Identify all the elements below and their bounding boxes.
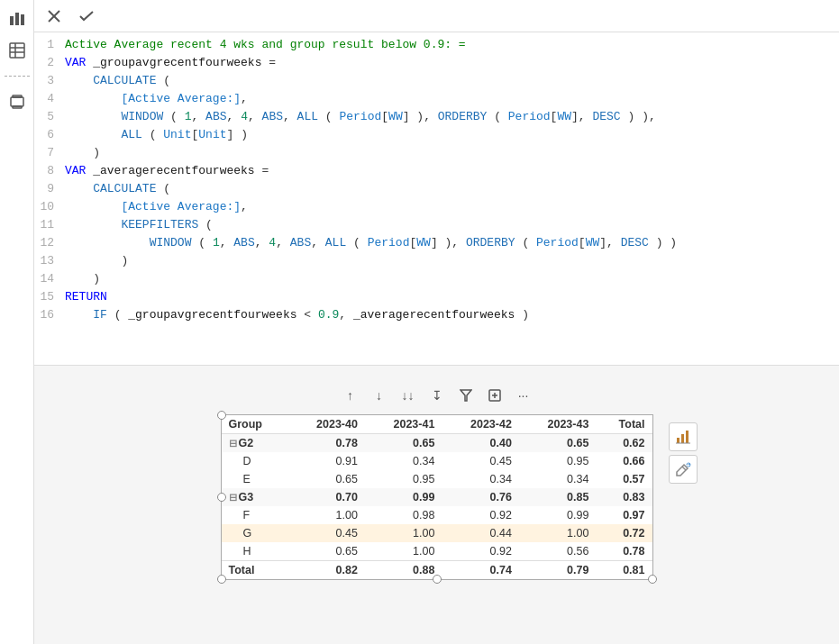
- cell-g-2023-41: 1.00: [365, 524, 442, 542]
- svg-rect-9: [13, 106, 22, 108]
- code-line-8: 8 VAR _averagerecentfourweeks =: [34, 162, 839, 180]
- cell-g3-2023-42: 0.76: [442, 488, 518, 506]
- svg-rect-8: [13, 95, 22, 97]
- resize-handle-bottom-right[interactable]: [648, 575, 657, 584]
- data-table: Group 2023-40 2023-41 2023-42 2023-43 To…: [222, 415, 652, 579]
- table-row-g: G 0.45 1.00 0.44 1.00 0.72: [222, 524, 652, 542]
- code-line-12: 12 WINDOW ( 1, ABS, 4, ABS, ALL ( Period…: [34, 234, 839, 252]
- cell-g-2023-40: 0.45: [287, 524, 364, 542]
- code-line-9: 9 CALCULATE (: [34, 180, 839, 198]
- cell-g3-total: 0.83: [596, 488, 652, 506]
- expand-button[interactable]: [483, 384, 506, 407]
- cell-total-label: Total: [222, 561, 288, 580]
- resize-handle-top-left[interactable]: [217, 411, 226, 420]
- cell-g2-2023-41: 0.65: [365, 434, 442, 453]
- cell-g3-group: ⊟G3: [222, 488, 288, 506]
- chart-action-button[interactable]: [669, 422, 698, 451]
- cell-f-2023-42: 0.92: [442, 506, 518, 524]
- edit-action-button[interactable]: +: [669, 455, 698, 484]
- code-line-11: 11 KEEPFILTERS (: [34, 216, 839, 234]
- code-line-10: 10 [Active Average:],: [34, 198, 839, 216]
- code-line-15: 15 RETURN: [34, 288, 839, 306]
- table-header-row: Group 2023-40 2023-41 2023-42 2023-43 To…: [222, 415, 652, 434]
- cell-e-2023-41: 0.95: [365, 470, 442, 488]
- resize-handle-bottom-middle[interactable]: [433, 575, 442, 584]
- more-button[interactable]: ···: [512, 384, 535, 407]
- cell-e-2023-42: 0.34: [442, 470, 518, 488]
- code-line-7: 7 ): [34, 144, 839, 162]
- bar-chart-icon[interactable]: [6, 7, 28, 29]
- code-line-3: 3 CALCULATE (: [34, 72, 839, 90]
- cell-g2-group: ⊟G2: [222, 434, 288, 453]
- cell-f-group: F: [222, 506, 288, 524]
- table-toolbar: ↑ ↓ ↓↓ ↧ ···: [34, 384, 839, 407]
- cell-f-2023-41: 0.98: [365, 506, 442, 524]
- cell-e-group: E: [222, 470, 288, 488]
- sort-custom-button[interactable]: ↧: [425, 384, 449, 407]
- cell-g2-2023-40: 0.78: [287, 434, 364, 453]
- filter-button[interactable]: [454, 384, 478, 407]
- svg-rect-17: [681, 434, 684, 443]
- resize-handle-bottom-left[interactable]: [217, 575, 226, 584]
- table-border: + Group 2023-40 2023-41 2023-42 2023-43: [221, 414, 653, 580]
- sidebar: [0, 0, 34, 644]
- table-row-f: F 1.00 0.98 0.92 0.99 0.97: [222, 506, 652, 524]
- cell-g3-2023-41: 0.99: [365, 488, 442, 506]
- col-header-total: Total: [596, 415, 652, 434]
- svg-marker-12: [461, 390, 471, 401]
- table-row-g3: ⊟G3 0.70 0.99 0.76 0.85 0.83: [222, 488, 652, 506]
- svg-rect-2: [21, 14, 24, 25]
- table-row-h: H 0.65 1.00 0.92 0.56 0.78: [222, 542, 652, 561]
- cell-g-total: 0.72: [596, 524, 652, 542]
- sort-desc-button[interactable]: ↓: [368, 384, 391, 407]
- cell-d-2023-42: 0.45: [442, 452, 518, 470]
- col-header-2023-43: 2023-43: [519, 415, 596, 434]
- resize-handle-middle-left[interactable]: [217, 493, 226, 502]
- side-actions: +: [669, 422, 698, 484]
- svg-rect-16: [677, 438, 679, 443]
- cell-g-2023-42: 0.44: [442, 524, 518, 542]
- cell-total-2023-43: 0.79: [519, 561, 596, 580]
- svg-rect-3: [10, 43, 24, 58]
- cell-h-group: H: [222, 542, 288, 561]
- cell-f-2023-43: 0.99: [519, 506, 596, 524]
- close-button[interactable]: [41, 4, 67, 29]
- cell-g3-2023-40: 0.70: [287, 488, 364, 506]
- cell-f-2023-40: 1.00: [287, 506, 364, 524]
- cell-total-total: 0.81: [596, 561, 652, 580]
- cell-h-2023-42: 0.92: [442, 542, 518, 561]
- sort-multi-button[interactable]: ↓↓: [397, 384, 420, 407]
- svg-rect-18: [686, 431, 689, 443]
- cell-g3-2023-43: 0.85: [519, 488, 596, 506]
- cell-d-total: 0.66: [596, 452, 652, 470]
- table-row-g2: ⊟G2 0.78 0.65 0.40 0.65 0.62: [222, 434, 652, 453]
- code-line-1: 1 Active Average recent 4 wks and group …: [34, 36, 839, 54]
- cell-h-total: 0.78: [596, 542, 652, 561]
- layers-icon[interactable]: [6, 91, 28, 113]
- cell-d-group: D: [222, 452, 288, 470]
- cell-e-2023-43: 0.34: [519, 470, 596, 488]
- cell-e-2023-40: 0.65: [287, 470, 364, 488]
- cell-d-2023-43: 0.95: [519, 452, 596, 470]
- cell-f-total: 0.97: [596, 506, 652, 524]
- svg-rect-1: [15, 13, 19, 25]
- table-row-e: E 0.65 0.95 0.34 0.34 0.57: [222, 470, 652, 488]
- code-line-13: 13 ): [34, 252, 839, 270]
- main-area: 1 Active Average recent 4 wks and group …: [34, 0, 839, 644]
- cell-g-group: G: [222, 524, 288, 542]
- svg-text:+: +: [686, 461, 690, 469]
- cell-d-2023-40: 0.91: [287, 452, 364, 470]
- col-header-2023-41: 2023-41: [365, 415, 442, 434]
- cell-total-2023-42: 0.74: [442, 561, 518, 580]
- confirm-button[interactable]: [74, 4, 99, 29]
- col-header-2023-42: 2023-42: [442, 415, 518, 434]
- svg-rect-7: [11, 97, 23, 106]
- sort-asc-button[interactable]: ↑: [339, 384, 362, 407]
- table-icon[interactable]: [6, 40, 28, 61]
- table-area: ↑ ↓ ↓↓ ↧ ···: [34, 366, 839, 644]
- code-editor[interactable]: 1 Active Average recent 4 wks and group …: [34, 32, 839, 366]
- cell-total-2023-40: 0.82: [287, 561, 364, 580]
- cell-d-2023-41: 0.34: [365, 452, 442, 470]
- cell-h-2023-40: 0.65: [287, 542, 364, 561]
- code-line-4: 4 [Active Average:],: [34, 90, 839, 108]
